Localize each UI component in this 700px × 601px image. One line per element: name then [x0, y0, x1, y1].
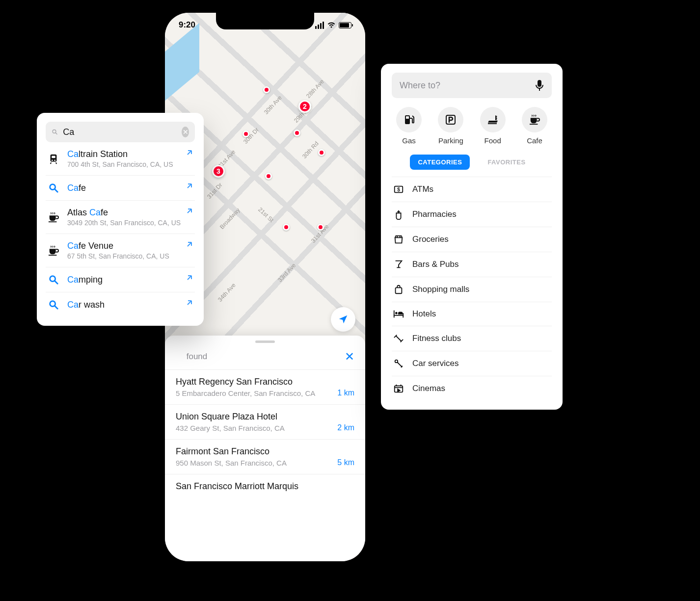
tab-favorites[interactable]: FAVORITES [480, 155, 533, 170]
result-row[interactable]: Union Square Plaza Hotel432 Geary St, Sa… [165, 404, 365, 439]
map-pin[interactable] [317, 224, 324, 231]
result-title: Hyatt Regency San Francisco [176, 377, 315, 387]
notch [216, 13, 314, 29]
category-row[interactable]: Bars & Pubs [392, 252, 552, 277]
locate-button[interactable] [331, 307, 355, 332]
map-pin[interactable] [242, 131, 249, 137]
svg-rect-5 [52, 156, 55, 158]
svg-point-3 [52, 159, 53, 161]
pharmacy-icon [393, 209, 404, 220]
insert-arrow-icon[interactable] [186, 274, 193, 281]
suggestion-row[interactable]: Atlas Cafe 3049 20th St, San Francisco, … [46, 201, 195, 234]
result-distance: 1 km [337, 389, 354, 397]
category-label: Pharmacies [412, 209, 457, 219]
fitness-icon [393, 333, 404, 344]
svg-rect-8 [49, 221, 57, 222]
search-input[interactable] [63, 127, 177, 137]
street-label: 28th Ave [305, 78, 325, 100]
sheet-handle[interactable] [255, 340, 275, 343]
cinema-icon [393, 383, 404, 394]
where-to-placeholder: Where to? [400, 80, 440, 91]
svg-rect-23 [396, 287, 402, 293]
category-row[interactable]: Car services [392, 351, 552, 376]
insert-arrow-icon[interactable] [186, 299, 193, 306]
atm-icon: $ [393, 184, 404, 195]
category-row[interactable]: Fitness clubs [392, 326, 552, 351]
quick-label: Food [485, 136, 501, 145]
category-row[interactable]: Cinemas [392, 376, 552, 401]
svg-rect-24 [394, 311, 395, 318]
clear-button[interactable]: ✕ [182, 127, 189, 137]
map-pin[interactable] [318, 149, 325, 156]
svg-line-7 [55, 189, 58, 192]
bar-icon [393, 259, 404, 270]
results-sheet[interactable]: xx found ✕ Hyatt Regency San Francisco5 … [165, 336, 365, 561]
grocery-icon [393, 234, 404, 245]
suggestion-title: Car wash [67, 300, 194, 310]
category-label: Fitness clubs [412, 334, 461, 343]
map-pin[interactable] [265, 173, 272, 180]
svg-rect-26 [403, 313, 404, 317]
category-label: Car services [412, 359, 458, 368]
street-label: 21st St [257, 206, 275, 224]
where-to-field[interactable]: Where to? [392, 73, 552, 98]
result-row[interactable]: Fairmont San Francisco950 Mason St, San … [165, 439, 365, 474]
suggestion-subtitle: 3049 20th St, San Francisco, CA, US [67, 219, 194, 227]
result-title: Fairmont San Francisco [176, 446, 287, 457]
quick-category-gas[interactable]: Gas [392, 107, 426, 145]
category-row[interactable]: Pharmacies [392, 202, 552, 227]
category-row[interactable]: Shopping malls [392, 277, 552, 302]
svg-point-4 [54, 159, 55, 161]
food-icon [480, 107, 506, 132]
result-row[interactable]: San Francisco Marriott Marquis [165, 474, 365, 498]
result-distance: 2 km [337, 423, 354, 432]
battery-icon [339, 22, 351, 28]
category-label: ATMs [412, 184, 433, 194]
train-icon [47, 154, 60, 164]
result-subtitle: 5 Embarcadero Center, San Francisco, CA [176, 389, 315, 397]
search-field[interactable]: ✕ [46, 122, 195, 142]
category-label: Cinemas [412, 384, 445, 393]
cafe-icon [47, 245, 60, 256]
quick-category-parking[interactable]: Parking [433, 107, 468, 145]
close-button[interactable]: ✕ [345, 350, 354, 364]
result-subtitle: 950 Mason St, San Francisco, CA [176, 459, 287, 467]
category-label: Hotels [412, 309, 436, 319]
suggestion-row[interactable]: Car wash [46, 292, 195, 317]
quick-label: Cafe [527, 136, 542, 145]
street-label: 33rd Ave [276, 262, 297, 284]
insert-arrow-icon[interactable] [186, 183, 193, 189]
suggestion-row[interactable]: Cafe [46, 176, 195, 201]
svg-line-13 [55, 306, 58, 309]
insert-arrow-icon[interactable] [186, 208, 193, 214]
suggestion-row[interactable]: Caltrain Station 700 4th St, San Francis… [46, 142, 195, 176]
wifi-icon [327, 22, 336, 28]
hotel-icon [393, 309, 404, 319]
map-pin[interactable] [263, 86, 270, 93]
map-pin-cluster[interactable]: 3 [212, 165, 225, 178]
result-title: San Francisco Marriott Marquis [176, 481, 298, 492]
category-row[interactable]: Groceries [392, 227, 552, 252]
result-subtitle: 432 Geary St, San Francisco, CA [176, 424, 285, 432]
insert-arrow-icon[interactable] [186, 241, 193, 248]
category-label: Groceries [412, 235, 449, 244]
suggestion-title: Caltrain Station [67, 149, 194, 159]
map-pin-cluster[interactable]: 2 [298, 100, 311, 113]
insert-arrow-icon[interactable] [186, 149, 193, 156]
microphone-icon[interactable] [535, 79, 544, 91]
quick-category-cafe[interactable]: Cafe [517, 107, 552, 145]
tab-categories[interactable]: CATEGORIES [410, 155, 470, 170]
quick-category-food[interactable]: Food [476, 107, 510, 145]
result-row[interactable]: Hyatt Regency San Francisco5 Embarcadero… [165, 369, 365, 404]
category-label: Shopping malls [412, 285, 469, 294]
location-arrow-icon [338, 314, 349, 325]
category-row[interactable]: Hotels [392, 302, 552, 326]
suggestion-row[interactable]: Camping [46, 267, 195, 292]
results-count-label: xx found [176, 352, 207, 362]
suggestion-row[interactable]: Cafe Venue 67 5th St, San Francisco, CA,… [46, 234, 195, 267]
result-distance: 5 km [337, 458, 354, 467]
svg-rect-9 [49, 255, 57, 256]
map-pin[interactable] [283, 224, 290, 231]
category-row[interactable]: $ATMs [392, 177, 552, 202]
map-pin[interactable] [294, 130, 300, 136]
